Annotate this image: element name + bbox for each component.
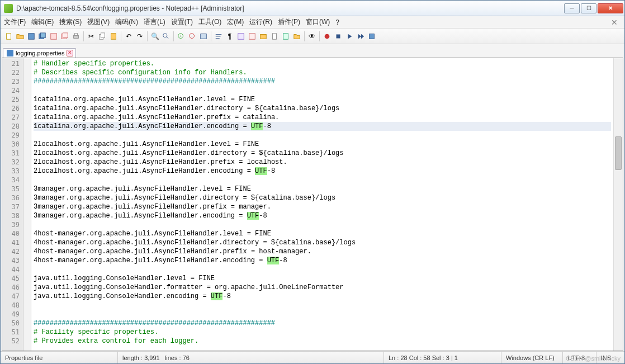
title-bar[interactable]: D:\apache-tomcat-8.5.54\conf\logging.pro… (1, 1, 624, 16)
svg-rect-25 (370, 34, 375, 39)
new-file-icon[interactable] (4, 31, 14, 41)
svg-rect-22 (283, 33, 288, 39)
function-list-icon[interactable] (281, 31, 291, 41)
zoom-in-icon[interactable]: + (176, 31, 186, 41)
menu-edit[interactable]: 编辑(E) (31, 17, 54, 27)
status-filetype: Properties file (1, 352, 118, 363)
menu-window[interactable]: 窗口(W) (306, 17, 330, 27)
maximize-button[interactable]: ☐ (581, 3, 596, 13)
svg-rect-3 (41, 32, 46, 37)
doc-map-icon[interactable] (269, 31, 280, 41)
ud-lang-icon[interactable] (247, 31, 257, 41)
separator (304, 31, 305, 41)
redo-icon[interactable]: ↷ (135, 31, 145, 41)
monitor-icon[interactable]: 👁 (307, 31, 317, 41)
vertical-scrollbar[interactable] (613, 58, 623, 351)
app-window: D:\apache-tomcat-8.5.54\conf\logging.pro… (0, 0, 625, 364)
save-all-icon[interactable] (37, 31, 48, 41)
stop-macro-icon[interactable] (333, 31, 343, 41)
window-buttons: ─ ☐ ✕ (564, 3, 623, 13)
show-all-chars-icon[interactable]: ¶ (225, 31, 235, 41)
menu-macro[interactable]: 宏(M) (227, 17, 244, 27)
menu-plugins[interactable]: 插件(P) (278, 17, 300, 27)
separator (319, 31, 320, 41)
play-multi-icon[interactable] (356, 31, 366, 41)
copy-icon[interactable] (97, 31, 107, 41)
svg-rect-1 (29, 33, 35, 39)
status-length: length : 3,991 lines : 76 (118, 352, 384, 363)
replace-icon[interactable] (161, 31, 171, 41)
fold-gutter[interactable] (23, 58, 31, 351)
find-icon[interactable]: 🔍 (150, 31, 160, 41)
tab-bar: logging.properties ✕ (1, 44, 624, 58)
play-macro-icon[interactable] (344, 31, 354, 41)
svg-rect-11 (111, 33, 116, 39)
file-tab-icon (7, 50, 13, 56)
watermark: CSDN @smileNicky (566, 355, 621, 362)
svg-rect-18 (238, 33, 244, 39)
menu-encoding[interactable]: 编码(N) (115, 17, 138, 27)
separator (173, 31, 174, 41)
menu-close-icon[interactable]: ✕ (608, 18, 621, 27)
menu-view[interactable]: 视图(V) (87, 17, 110, 27)
menu-tools[interactable]: 工具(O) (198, 17, 221, 27)
svg-rect-10 (101, 32, 105, 37)
save-icon[interactable] (26, 31, 36, 41)
folder-icon[interactable] (292, 31, 302, 41)
status-eol: Windows (CR LF) (501, 352, 563, 363)
svg-rect-21 (273, 33, 277, 39)
scrollbar-thumb[interactable] (615, 136, 622, 170)
undo-icon[interactable]: ↶ (124, 31, 134, 41)
folder-as-workspace-icon[interactable] (258, 31, 268, 41)
file-tab-label: logging.properties (16, 50, 64, 56)
menu-search[interactable]: 搜索(S) (59, 17, 82, 27)
record-macro-icon[interactable] (322, 31, 332, 41)
app-icon (4, 4, 13, 13)
tab-close-icon[interactable]: ✕ (67, 50, 73, 56)
status-bar: Properties file length : 3,991 lines : 7… (1, 351, 624, 363)
svg-rect-8 (74, 33, 77, 35)
svg-rect-17 (201, 34, 207, 39)
svg-rect-0 (7, 33, 11, 39)
separator (211, 31, 211, 41)
svg-rect-7 (74, 35, 79, 38)
zoom-out-icon[interactable]: - (187, 31, 197, 41)
status-position: Ln : 28 Col : 58 Sel : 3 | 1 (384, 352, 501, 363)
toolbar: ✂ ↶ ↷ 🔍 + - ¶ 👁 (1, 29, 624, 44)
separator (121, 31, 121, 41)
window-title: D:\apache-tomcat-8.5.54\conf\logging.pro… (16, 4, 564, 12)
svg-rect-4 (51, 33, 57, 39)
svg-text:-: - (191, 33, 193, 37)
svg-rect-19 (249, 33, 255, 39)
svg-point-23 (325, 34, 330, 39)
close-file-icon[interactable] (49, 31, 59, 41)
menu-bar: 文件(F) 编辑(E) 搜索(S) 视图(V) 编码(N) 语言(L) 设置(T… (1, 16, 624, 29)
menu-file[interactable]: 文件(F) (4, 17, 26, 27)
menu-language[interactable]: 语言(L) (144, 17, 165, 27)
save-macro-icon[interactable] (367, 31, 377, 41)
svg-rect-24 (337, 34, 340, 38)
close-button[interactable]: ✕ (598, 3, 623, 13)
cut-icon[interactable]: ✂ (86, 31, 96, 41)
svg-rect-6 (63, 32, 68, 37)
paste-icon[interactable] (108, 31, 119, 41)
menu-settings[interactable]: 设置(T) (171, 17, 193, 27)
open-file-icon[interactable] (15, 31, 25, 41)
separator (147, 31, 148, 41)
menu-run[interactable]: 运行(R) (249, 17, 272, 27)
print-icon[interactable] (71, 31, 81, 41)
menu-help[interactable]: ? (335, 18, 339, 26)
svg-rect-20 (261, 34, 267, 39)
close-all-icon[interactable] (60, 31, 70, 41)
line-number-gutter[interactable]: 2122232425262728293031323334353637383940… (2, 58, 23, 351)
svg-text:+: + (179, 34, 182, 37)
minimize-button[interactable]: ─ (564, 3, 580, 13)
editor: 2122232425262728293031323334353637383940… (2, 58, 623, 351)
code-area[interactable]: # Handler specific properties.# Describe… (31, 58, 613, 351)
wordwrap-icon[interactable] (214, 31, 224, 41)
separator (83, 31, 84, 41)
svg-point-12 (163, 33, 167, 37)
file-tab[interactable]: logging.properties ✕ (3, 48, 76, 58)
sync-scroll-icon[interactable] (198, 31, 209, 41)
indent-guide-icon[interactable] (236, 31, 246, 41)
